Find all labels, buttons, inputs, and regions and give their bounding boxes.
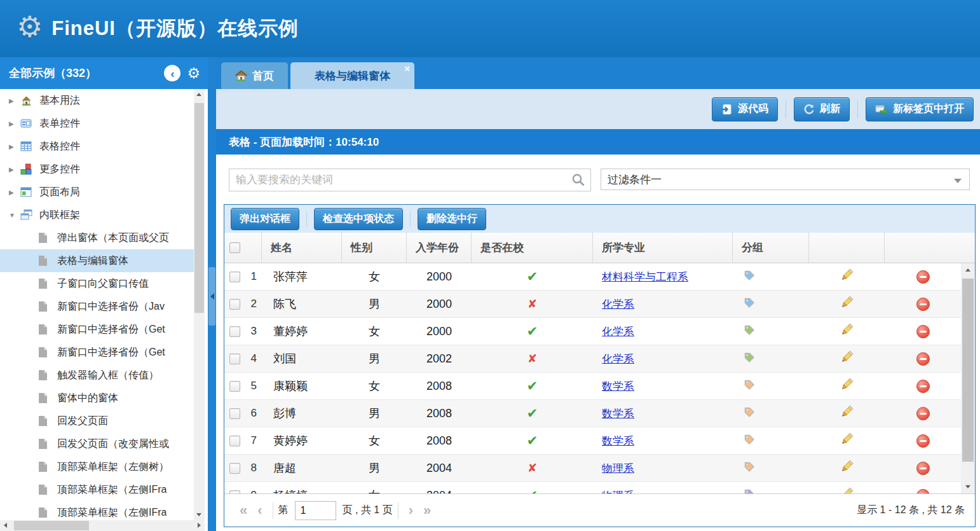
pencil-icon[interactable]: [840, 350, 854, 368]
tag-icon[interactable]: [743, 378, 756, 394]
tag-icon[interactable]: [743, 296, 756, 312]
search-input[interactable]: [229, 169, 590, 191]
next-page-icon[interactable]: ›: [404, 504, 418, 518]
expand-arrow-icon[interactable]: ▶: [9, 120, 20, 127]
pencil-icon[interactable]: [840, 377, 854, 395]
prev-page-icon[interactable]: ‹: [252, 504, 267, 518]
sidebar-item[interactable]: 回发父页面: [0, 410, 194, 432]
column-header-at-school[interactable]: 是否在校: [472, 233, 593, 263]
sidebar-item[interactable]: 回发父页面（改变属性或: [0, 432, 194, 455]
column-header-group[interactable]: 分组: [733, 233, 809, 263]
scrollbar-thumb[interactable]: [962, 279, 974, 462]
tag-icon[interactable]: [743, 269, 756, 285]
minus-circle-icon[interactable]: [916, 270, 930, 284]
scroll-left-icon[interactable]: [4, 523, 7, 528]
sidebar-splitter[interactable]: [208, 57, 216, 531]
row-checkbox[interactable]: [229, 272, 240, 282]
tag-icon[interactable]: [743, 460, 756, 476]
scrollbar-thumb[interactable]: [14, 521, 89, 530]
delete-selected-button[interactable]: 删除选中行: [418, 208, 486, 230]
first-page-icon[interactable]: «: [235, 504, 252, 518]
gear-icon[interactable]: ⚙: [187, 65, 200, 82]
open-dialog-button[interactable]: 弹出对话框: [231, 208, 299, 230]
scroll-down-icon[interactable]: [196, 513, 201, 516]
sidebar-vertical-scrollbar[interactable]: [194, 89, 205, 520]
major-link[interactable]: 化学系: [602, 297, 634, 312]
expand-arrow-icon[interactable]: ▶: [9, 166, 20, 173]
minus-circle-icon[interactable]: [916, 325, 930, 338]
tag-icon[interactable]: [743, 406, 756, 422]
pencil-icon[interactable]: [840, 404, 854, 422]
row-checkbox[interactable]: [229, 408, 240, 419]
major-link[interactable]: 物理系: [602, 461, 634, 476]
row-checkbox[interactable]: [229, 326, 240, 337]
pencil-icon[interactable]: [840, 432, 854, 450]
pencil-icon[interactable]: [840, 295, 854, 313]
major-link[interactable]: 物理系: [602, 488, 634, 494]
grid-vertical-scrollbar[interactable]: [961, 263, 975, 493]
sidebar-item[interactable]: ▶表单控件: [0, 112, 194, 135]
collapse-sidebar-handle[interactable]: [208, 267, 215, 326]
open-new-tab-button[interactable]: 新标签页中打开: [866, 97, 974, 121]
row-checkbox[interactable]: [229, 463, 240, 474]
row-checkbox[interactable]: [229, 436, 240, 446]
major-link[interactable]: 数学系: [602, 379, 634, 394]
column-header-name[interactable]: 姓名: [262, 233, 342, 263]
tag-icon[interactable]: [743, 324, 756, 340]
tab-home[interactable]: 首页: [221, 62, 288, 89]
sidebar-item[interactable]: 新窗口中选择省份（Get: [0, 318, 194, 341]
tab-grid-edit-window[interactable]: 表格与编辑窗体 ×: [290, 62, 414, 89]
sidebar-item[interactable]: 顶部菜单框架（左侧IFra: [0, 501, 194, 520]
tag-icon[interactable]: [743, 433, 756, 449]
circle-back-icon[interactable]: ‹: [164, 65, 180, 81]
row-checkbox[interactable]: [229, 299, 240, 310]
scroll-right-icon[interactable]: [198, 523, 201, 528]
select-all-checkbox[interactable]: [229, 242, 240, 253]
close-icon[interactable]: ×: [404, 64, 410, 73]
scroll-up-icon[interactable]: [965, 268, 970, 272]
pencil-icon[interactable]: [840, 268, 854, 286]
sidebar-item[interactable]: 子窗口向父窗口传值: [0, 272, 194, 295]
scroll-up-icon[interactable]: [196, 93, 201, 96]
row-checkbox[interactable]: [229, 490, 240, 494]
sidebar-item[interactable]: 新窗口中选择省份（Jav: [0, 295, 194, 318]
magnifier-icon[interactable]: [571, 173, 585, 190]
minus-circle-icon[interactable]: [916, 298, 930, 311]
sidebar-item[interactable]: ▶基本用法: [0, 89, 194, 112]
sidebar-item[interactable]: ▶表格控件: [0, 135, 194, 158]
sidebar-item[interactable]: 弹出窗体（本页面或父页: [0, 226, 194, 249]
expand-arrow-icon[interactable]: ▶: [9, 97, 20, 104]
sidebar-item[interactable]: ▶更多控件: [0, 158, 194, 181]
filter-dropdown[interactable]: 过滤条件一: [601, 169, 970, 190]
sidebar-item[interactable]: 窗体中的窗体: [0, 387, 194, 410]
tag-icon[interactable]: [743, 488, 756, 494]
check-selected-button[interactable]: 检查选中项状态: [314, 208, 403, 230]
minus-circle-icon[interactable]: [916, 489, 930, 494]
minus-circle-icon[interactable]: [916, 380, 930, 393]
row-checkbox[interactable]: [229, 381, 240, 392]
source-code-button[interactable]: 源代码: [712, 97, 778, 121]
column-header-major[interactable]: 所学专业: [593, 233, 733, 263]
pencil-icon[interactable]: [840, 322, 854, 340]
sidebar-horizontal-scrollbar[interactable]: [0, 520, 205, 531]
major-link[interactable]: 数学系: [602, 434, 634, 448]
minus-circle-icon[interactable]: [916, 407, 930, 420]
sidebar-item[interactable]: 新窗口中选择省份（Get: [0, 341, 194, 364]
major-link[interactable]: 材料科学与工程系: [602, 270, 688, 284]
refresh-button[interactable]: 刷新: [794, 97, 850, 121]
scrollbar-thumb[interactable]: [194, 103, 204, 313]
tag-icon[interactable]: [743, 351, 756, 367]
collapse-arrow-icon[interactable]: ▼: [9, 212, 20, 219]
sidebar-item[interactable]: ▼内联框架: [0, 203, 194, 226]
major-link[interactable]: 数学系: [602, 406, 634, 421]
column-header-year[interactable]: 入学年份: [407, 233, 472, 263]
row-checkbox[interactable]: [229, 354, 240, 364]
sidebar-item[interactable]: 顶部菜单框架（左侧IFra: [0, 478, 194, 501]
sidebar-item[interactable]: 顶部菜单框架（左侧树）: [0, 455, 194, 478]
minus-circle-icon[interactable]: [916, 434, 930, 448]
sidebar-item[interactable]: 表格与编辑窗体: [0, 249, 194, 272]
minus-circle-icon[interactable]: [916, 462, 930, 475]
major-link[interactable]: 化学系: [602, 324, 634, 339]
sidebar-item[interactable]: 触发器输入框（传值）: [0, 364, 194, 387]
scroll-down-icon[interactable]: [965, 485, 970, 488]
